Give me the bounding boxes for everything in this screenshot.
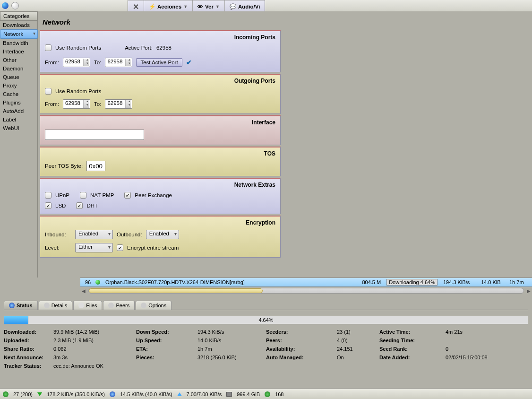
downspeed-value: 194.3 KiB/s: [197, 329, 266, 335]
outgoing-random-checkbox[interactable]: [45, 88, 51, 95]
activetime-value: 4m 21s: [446, 329, 528, 335]
level-select[interactable]: Either: [75, 243, 113, 252]
eye-icon: 👁: [197, 4, 203, 9]
encrypt-entire-checkbox[interactable]: [117, 244, 123, 251]
peer-exchange-checkbox[interactable]: [124, 192, 131, 199]
incoming-from-spinner[interactable]: 62958: [63, 58, 90, 67]
window-button[interactable]: [11, 2, 19, 9]
sidebar-item-other[interactable]: Other: [0, 56, 37, 64]
sidebar-item-label[interactable]: Label: [0, 115, 37, 124]
torrent-name: Orphan.Black.S02E07.720p.HDTV.X264-DIMEN…: [103, 279, 355, 285]
sidebar-item-proxy[interactable]: Proxy: [0, 81, 37, 90]
status-bar: 27 (200) 178.2 KiB/s (350.0 KiB/s) 14.5 …: [0, 389, 532, 399]
peers-icon: [108, 303, 114, 308]
sidebar-item-daemon[interactable]: Daemon: [0, 64, 37, 73]
interface-input[interactable]: [45, 130, 144, 140]
dateadded-value: 02/02/15 15:00:08: [446, 355, 528, 360]
sidebar-item-cache[interactable]: Cache: [0, 90, 37, 98]
sb-download: 178.2 KiB/s (350.0 KiB/s): [47, 391, 105, 397]
incoming-ports-title: Incoming Ports: [45, 34, 275, 44]
preferences-content: Network Incoming Ports Use Random Ports …: [38, 11, 283, 278]
preferences-sidebar: Categories DownloadsNetworkBandwidthInte…: [0, 11, 38, 278]
sidebar-item-autoadd[interactable]: AutoAdd: [0, 107, 37, 115]
natpmp-checkbox[interactable]: [80, 192, 86, 199]
tos-panel: TOS Peer TOS Byte:: [40, 147, 281, 176]
incoming-random-label: Use Random Ports: [55, 45, 101, 51]
tab-options[interactable]: Options: [136, 301, 172, 310]
uploaded-value: 2.3 MiB (1.9 MiB): [53, 338, 136, 343]
downloaded-value: 39.9 MiB (14.2 MiB): [53, 329, 136, 335]
details-icon: [44, 303, 50, 308]
app-icon: [2, 2, 9, 9]
horizontal-scrollbar[interactable]: ◀ ▶: [80, 287, 532, 295]
outbound-select[interactable]: Enabled: [146, 230, 179, 239]
incoming-ports-panel: Incoming Ports Use Random Ports Active P…: [40, 30, 281, 72]
outgoing-from-spinner[interactable]: 62958: [63, 99, 90, 109]
seedrank-value: 0: [446, 346, 528, 352]
pieces-value: 3218 (256.0 KiB): [197, 355, 266, 360]
lsd-checkbox[interactable]: [45, 202, 51, 209]
files-icon: [78, 303, 84, 308]
automanaged-value: On: [337, 355, 379, 360]
torrent-dl-speed: 194.3 KiB/s: [440, 279, 478, 285]
window-titlebar: [0, 0, 532, 11]
chevron-down-icon: ▼: [215, 4, 220, 9]
inbound-label: Inbound:: [45, 232, 71, 237]
test-active-port-button[interactable]: Test Active Port: [136, 58, 182, 67]
toolbar-audio-label: Audio/Vi: [238, 4, 260, 9]
tab-peers[interactable]: Peers: [103, 301, 135, 310]
sidebar-item-downloads[interactable]: Downloads: [0, 21, 37, 29]
incoming-random-checkbox[interactable]: [45, 44, 51, 51]
toolbar-view-label: Ver: [205, 4, 214, 9]
eta-label: ETA:: [136, 346, 197, 352]
dht-icon: [265, 391, 270, 397]
trackerstatus-value: ccc.de: Announce OK: [53, 363, 528, 369]
torrent-row[interactable]: 96 Orphan.Black.S02E07.720p.HDTV.X264-DI…: [80, 278, 532, 287]
download-icon: [37, 392, 42, 396]
automanaged-label: Auto Managed:: [266, 355, 337, 360]
dateadded-label: Date Added:: [379, 355, 446, 360]
upnp-label: UPnP: [55, 192, 69, 198]
sb-disk: 999.4 GiB: [237, 391, 260, 397]
sidebar-item-queue[interactable]: Queue: [0, 73, 37, 81]
eta-value: 1h 7m: [197, 346, 266, 352]
scroll-right-icon[interactable]: ▶: [525, 288, 532, 294]
sidebar-item-webui[interactable]: WebUi: [0, 124, 37, 132]
chevron-down-icon: ▼: [183, 4, 188, 9]
scroll-left-icon[interactable]: ◀: [80, 288, 87, 294]
torrent-eta: 1h 7m: [506, 279, 530, 285]
seedrank-label: Seed Rank:: [379, 346, 446, 352]
sidebar-item-plugins[interactable]: Plugins: [0, 98, 37, 107]
tos-input[interactable]: [86, 161, 105, 171]
natpmp-label: NAT-PMP: [90, 192, 114, 198]
downspeed-label: Down Speed:: [136, 329, 197, 335]
dht-label: DHT: [86, 203, 98, 208]
availability-label: Availability:: [266, 346, 337, 352]
trackerstatus-label: Tracker Status:: [4, 363, 53, 369]
outgoing-to-spinner[interactable]: 62958: [105, 99, 132, 109]
toolbar-actions-label: Acciones: [157, 4, 181, 9]
torrent-list: 96 Orphan.Black.S02E07.720p.HDTV.X264-DI…: [80, 278, 532, 295]
info-icon: [9, 303, 15, 308]
sidebar-item-bandwidth[interactable]: Bandwidth: [0, 39, 37, 47]
tab-status[interactable]: Status: [4, 301, 38, 310]
dht-checkbox[interactable]: [76, 202, 83, 209]
incoming-from-label: From:: [45, 60, 59, 65]
incoming-to-spinner[interactable]: 62958: [105, 58, 132, 67]
tos-peer-label: Peer TOS Byte:: [45, 163, 83, 169]
seeders-value: 23 (1): [337, 329, 379, 335]
tab-files[interactable]: Files: [73, 301, 102, 310]
ratio-value: 0.062: [53, 346, 136, 352]
active-port-value: 62958: [156, 45, 172, 51]
seedingtime-value: [446, 338, 528, 343]
outbound-label: Outbound:: [117, 232, 142, 237]
activetime-label: Active Time:: [379, 329, 446, 335]
outgoing-from-label: From:: [45, 101, 59, 107]
inbound-select[interactable]: Enabled: [75, 230, 113, 239]
sidebar-item-network[interactable]: Network: [0, 29, 38, 39]
sidebar-item-interface[interactable]: Interface: [0, 47, 37, 56]
tab-details[interactable]: Details: [39, 301, 73, 310]
network-extras-title: Network Extras: [45, 182, 275, 192]
options-icon: [141, 303, 146, 308]
upnp-checkbox[interactable]: [45, 192, 51, 199]
